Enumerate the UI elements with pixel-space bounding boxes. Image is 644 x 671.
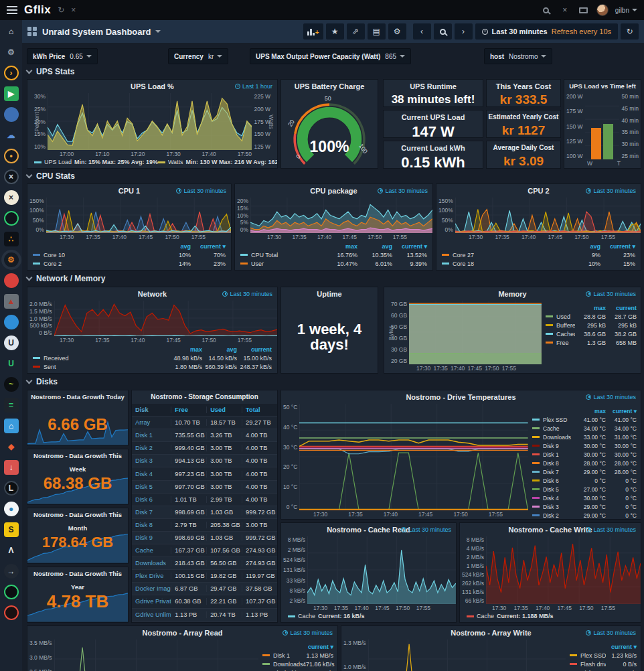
lazy-librarian-icon[interactable]: L — [4, 481, 19, 496]
app-download-icon[interactable]: ↓ — [4, 460, 19, 475]
app-search-ring-icon[interactable]: • — [4, 149, 19, 163]
panel-time-badge[interactable]: Last 30 minutes — [378, 188, 428, 194]
time-back-button[interactable]: ‹ — [413, 23, 431, 40]
save-dashboard-button[interactable]: ▤ — [368, 23, 386, 40]
refresh-button[interactable]: ↻ — [621, 23, 639, 40]
app-emby-dark-icon[interactable]: ~ — [4, 377, 19, 392]
app-cloud-icon[interactable]: ☁ — [4, 128, 19, 143]
legend-sort-column[interactable]: max — [575, 305, 606, 311]
chart-plot[interactable] — [54, 640, 258, 671]
star-dashboard-button[interactable]: ★ — [326, 23, 344, 40]
app-orange-ring-icon[interactable]: › — [4, 66, 19, 80]
legend-series[interactable]: Disk 130.00 °C30.00 °C — [532, 450, 637, 459]
legend-sort-column[interactable]: current ▾ — [392, 243, 427, 250]
legend-sort-column[interactable]: max — [575, 408, 606, 415]
app-dark-x-icon[interactable]: × — [4, 169, 19, 184]
panel-title[interactable]: Nostromo - Data Growth This Month — [27, 508, 128, 522]
panel-title[interactable]: Current UPS Load — [384, 110, 483, 124]
legend-series[interactable]: Received48.98 kB/s14.50 kB/s15.00 kB/s — [33, 354, 272, 362]
section-network-memory[interactable]: Network / Memory — [27, 274, 105, 283]
legend-series[interactable]: CPU Total16.76%10.35%13.52% — [240, 250, 427, 259]
variable-value-dropdown[interactable]: 865 — [385, 53, 405, 60]
app-unraid-green-icon[interactable]: U — [4, 356, 19, 371]
legend-series[interactable]: CacheCurrent: 1.188 MB/s — [467, 613, 554, 619]
legend-series[interactable]: Downloads471.86 kB/s — [262, 660, 333, 668]
variable-value-dropdown[interactable]: kr — [208, 53, 222, 60]
time-forward-button[interactable]: › — [455, 23, 473, 40]
legend-series[interactable]: Sent1.80 MB/s560.39 kB/s248.37 kB/s — [33, 362, 272, 371]
panel-time-badge[interactable]: Last 30 minutes — [586, 188, 636, 194]
panel-title[interactable]: Estimated Yearly Cost — [487, 110, 560, 124]
panel-title[interactable]: Nostromo - Storage Consumption — [132, 390, 277, 404]
chart-plot[interactable] — [455, 198, 641, 233]
legend-sort-column[interactable]: avg — [566, 243, 600, 250]
panel-title[interactable]: Nostromo - Data Growth This Week — [27, 449, 128, 463]
search-icon[interactable] — [540, 4, 552, 16]
legend-sort-column[interactable]: current ▾ — [303, 644, 333, 650]
legend-sort-column[interactable]: current ▾ — [606, 408, 637, 415]
legend-series[interactable]: Disk 229.00 °C0 °C — [532, 511, 637, 519]
legend-series[interactable]: Disk 11.13 MB/s — [262, 651, 333, 660]
variable-value-dropdown[interactable]: 0.65 — [70, 53, 91, 60]
app-active-gear-icon[interactable]: ⚙ — [4, 252, 19, 267]
app-blue-tile-icon[interactable] — [4, 107, 19, 122]
panel-title[interactable]: Average Daily Cost — [487, 141, 560, 155]
legend-sort-column[interactable]: current ▾ — [191, 243, 226, 250]
legend-series[interactable]: Core 214%23% — [33, 259, 226, 268]
legend-series[interactable]: Flash drive0 B/s — [570, 660, 637, 668]
legend-sort-column[interactable]: max — [323, 243, 357, 250]
bar-time-left[interactable] — [603, 124, 613, 159]
tab-close-icon[interactable]: × — [71, 5, 76, 15]
legend-series[interactable]: Core 279%23% — [442, 250, 635, 259]
chart-plot[interactable] — [299, 404, 528, 510]
chart-plot[interactable] — [250, 198, 432, 233]
jackett-icon[interactable]: Λ — [4, 543, 19, 558]
legend-sort-column[interactable]: current — [237, 346, 272, 353]
dashboard-settings-button[interactable]: ⚙ — [388, 23, 406, 40]
legend-series[interactable]: Disk 329.00 °C0 °C — [532, 502, 637, 511]
panel-title[interactable]: Nostromo - Data Growth Today — [27, 390, 128, 404]
legend-sort-column[interactable]: current ▾ — [600, 243, 635, 250]
legend-series[interactable]: Disk 729.00 °C28.00 °C — [532, 467, 637, 476]
panel-time-badge[interactable]: Last 30 minutes — [176, 188, 226, 194]
legend-series[interactable]: Core 1010%70% — [33, 250, 226, 259]
panel-time-badge[interactable]: Last 30 minutes — [586, 629, 636, 636]
app-blue-dot-icon[interactable] — [4, 315, 19, 329]
table-header[interactable]: DiskFreeUsedTotal — [132, 404, 277, 417]
dashboard-title-dropdown[interactable]: Unraid System Dashboard — [42, 27, 161, 37]
legend-sort-column[interactable]: current — [606, 305, 637, 311]
user-menu[interactable]: gilbn — [615, 7, 637, 14]
legend-series[interactable]: Disk 430.00 °C0 °C — [532, 494, 637, 502]
tab-refresh-icon[interactable]: ↻ — [58, 5, 64, 15]
legend-series[interactable]: Cache34.00 °C34.00 °C — [532, 424, 637, 433]
panel-title[interactable]: UPS Load vs Time left — [564, 80, 641, 93]
panel-time-badge[interactable]: Last 30 minutes — [586, 526, 636, 533]
chart-plot[interactable] — [46, 198, 231, 233]
monitor-icon[interactable] — [578, 4, 590, 16]
panel-time-badge[interactable]: Last 30 minutes — [401, 526, 451, 533]
chart-plot[interactable] — [54, 301, 277, 336]
zoom-out-button[interactable] — [434, 23, 452, 40]
add-panel-button[interactable]: + — [303, 23, 323, 40]
app-green-play-icon[interactable]: ▶ — [4, 86, 19, 101]
github-icon[interactable] — [4, 585, 19, 599]
legend-sort-column[interactable]: current ▾ — [606, 644, 637, 650]
sabnzbd-icon[interactable]: S — [4, 522, 19, 537]
legend-sort-column[interactable]: avg — [202, 346, 237, 353]
app-green-ring-icon[interactable] — [4, 211, 19, 226]
home-assistant-icon[interactable]: ⌂ — [4, 419, 19, 433]
bar-chart[interactable] — [585, 93, 620, 159]
time-range-picker[interactable]: Last 30 minutes Refresh every 10s — [475, 23, 618, 40]
bar-ups-watts[interactable] — [591, 128, 601, 159]
close-icon[interactable]: × — [559, 4, 571, 16]
legend-series[interactable]: Disk 90 B/s — [570, 668, 637, 671]
app-red-shield-icon[interactable] — [4, 273, 19, 288]
logout-icon[interactable]: → — [4, 564, 19, 579]
home-icon[interactable]: ⌂ — [4, 24, 19, 39]
hamburger-menu-icon[interactable] — [7, 6, 17, 14]
legend-series[interactable]: Used28.8 GB28.7 GB — [546, 312, 637, 321]
app-cream-x-icon[interactable]: × — [4, 190, 19, 205]
panel-title[interactable]: Current Load kWh — [384, 141, 483, 155]
legend-series[interactable]: Downloads33.00 °C31.00 °C — [532, 433, 637, 441]
legend-series[interactable]: Plex SSD41.00 °C41.00 °C — [532, 415, 637, 424]
